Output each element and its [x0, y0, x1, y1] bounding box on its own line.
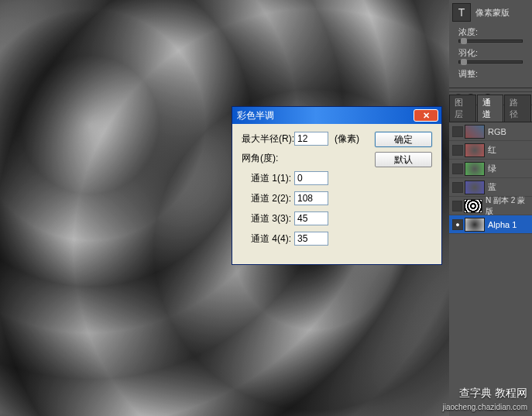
channel-label: N 副本 2 蒙版 — [486, 195, 529, 217]
dialog-titlebar[interactable]: 彩色半调 ✕ — [232, 107, 441, 124]
visibility-toggle[interactable]: ● — [452, 219, 463, 230]
channel-thumb — [465, 125, 485, 139]
channel-green[interactable]: 绿 — [449, 160, 532, 178]
max-radius-label: 最大半径(R): — [242, 132, 294, 146]
channel-label: 绿 — [488, 163, 496, 174]
default-button[interactable]: 默认 — [375, 152, 432, 167]
channel-thumb — [465, 162, 485, 176]
channel-4-input[interactable] — [294, 232, 328, 246]
watermark-sub: jiaocheng.chazidian.com — [442, 403, 527, 411]
visibility-toggle[interactable] — [452, 182, 463, 193]
feather-label: 羽化: — [458, 47, 523, 59]
channel-thumb — [465, 143, 485, 157]
watermark: 查字典 教程网 jiaocheng.chazidian.com — [442, 387, 527, 413]
channels-list: RGB 红 绿 蓝 N 副本 2 蒙版 ● Alpha 1 — [449, 122, 532, 234]
watermark-main: 查字典 教程网 — [442, 387, 527, 400]
channel-thumb — [465, 180, 485, 194]
channel-thumb — [464, 199, 482, 213]
visibility-toggle[interactable] — [452, 201, 462, 211]
channel-3-label: 通道 3(3): — [251, 212, 294, 225]
close-button[interactable]: ✕ — [414, 109, 438, 122]
pixels-label: (像素) — [335, 132, 359, 146]
pixel-mask-label: 像素蒙版 — [475, 7, 510, 19]
channel-3-input[interactable] — [294, 211, 328, 225]
density-label: 浓度: — [458, 26, 523, 38]
channel-label: Alpha 1 — [488, 220, 517, 229]
ok-button[interactable]: 确定 — [375, 132, 432, 147]
channel-4-label: 通道 4(4): — [251, 232, 294, 246]
channel-1-input[interactable] — [294, 171, 328, 185]
adjust-label: 调整: — [458, 68, 523, 80]
grid-angle-label: 网角(度): — [242, 152, 278, 165]
visibility-toggle[interactable] — [452, 145, 463, 156]
channel-label: 蓝 — [488, 181, 496, 193]
feather-slider[interactable] — [458, 60, 523, 64]
tab-channels[interactable]: 通道 — [477, 95, 504, 122]
channel-label: RGB — [488, 127, 506, 136]
channel-blue[interactable]: 蓝 — [449, 178, 532, 197]
channel-1-label: 通道 1(1): — [251, 172, 294, 185]
channel-thumb — [465, 218, 485, 232]
channel-2-input[interactable] — [294, 191, 328, 205]
panel-tabs: 图层 通道 路径 — [449, 107, 532, 122]
tab-layers[interactable]: 图层 — [449, 95, 476, 122]
text-mask-icon[interactable]: T — [452, 3, 471, 22]
density-slider[interactable] — [458, 40, 523, 43]
tab-paths[interactable]: 路径 — [504, 95, 531, 122]
side-panel: T 像素蒙版 浓度: 羽化: 调整: 图层 通道 路径 RGB 红 — [449, 0, 532, 416]
visibility-toggle[interactable] — [452, 126, 463, 137]
channel-rgb[interactable]: RGB — [449, 122, 532, 141]
channel-alpha[interactable]: ● Alpha 1 — [449, 215, 532, 234]
max-radius-input[interactable] — [294, 132, 328, 146]
visibility-toggle[interactable] — [452, 163, 463, 174]
channel-red[interactable]: 红 — [449, 141, 532, 160]
color-halftone-dialog: 彩色半调 ✕ 最大半径(R): (像素) 网角(度): 通道 1(1): 通道 … — [232, 106, 442, 265]
channel-2-label: 通道 2(2): — [251, 192, 294, 205]
channel-mask[interactable]: N 副本 2 蒙版 — [449, 197, 532, 215]
dialog-title: 彩色半调 — [237, 107, 274, 124]
channel-label: 红 — [488, 144, 496, 156]
